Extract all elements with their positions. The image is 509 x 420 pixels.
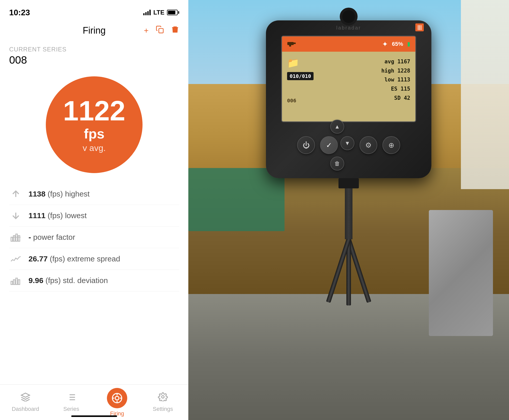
stat-power-factor-value: - <box>29 233 31 241</box>
stat-std-deviation-text: 9.96 (fps) std. deviation <box>29 276 108 285</box>
screen-low-value: 1113 <box>397 77 410 83</box>
current-series-value: 008 <box>0 54 188 71</box>
arrow-down-icon <box>9 211 22 221</box>
std-deviation-icon <box>9 275 22 286</box>
photo-background: labradar ||| <box>188 0 509 420</box>
device-settings-button[interactable]: ⚙ <box>360 136 377 154</box>
tab-settings[interactable]: Settings <box>148 392 178 412</box>
right-panel: labradar ||| <box>188 0 509 420</box>
svg-rect-5 <box>16 234 17 241</box>
screen-topbar: ✦ 65% ▮ <box>282 36 415 52</box>
screen-bottom-label: 006 <box>287 97 296 104</box>
stat-power-factor-text: - power factor <box>29 233 75 242</box>
svg-rect-3 <box>11 237 12 241</box>
screen-avg-value: 1167 <box>397 59 410 65</box>
screen-avg-row: avg 1167 <box>381 57 410 66</box>
status-time: 10:23 <box>9 8 30 17</box>
stat-power-factor-desc: power factor <box>33 233 75 241</box>
dashboard-label: Dashboard <box>12 406 39 412</box>
stat-std-deviation-desc: std. deviation <box>63 276 108 285</box>
tab-firing[interactable]: Firing <box>102 388 132 417</box>
tab-series[interactable]: Series <box>56 392 87 412</box>
stat-highest-desc: highest <box>65 190 90 198</box>
stat-std-deviation-unit: (fps) <box>46 276 61 285</box>
app-container: 10:23 LTE Firing <box>0 0 509 420</box>
stat-lowest-unit: (fps) <box>48 211 63 220</box>
screen-battery-green-icon: ▮ <box>407 41 410 47</box>
screen-low-row: low 1113 <box>381 75 410 85</box>
tripod-legs-container <box>266 239 431 311</box>
screen-series-badge: 010/010 <box>287 72 314 80</box>
tripod-stem <box>345 188 352 239</box>
firing-icon <box>107 388 127 408</box>
copy-button[interactable] <box>156 25 164 36</box>
labradar-device-wrapper: labradar ||| <box>253 20 444 305</box>
screen-high-value: 1228 <box>397 68 410 74</box>
labradar-brand: labradar <box>336 25 361 31</box>
add-button[interactable]: + <box>144 26 149 35</box>
folder-icon: 📁 <box>287 57 314 68</box>
lte-label: LTE <box>153 9 164 16</box>
extreme-spread-icon <box>9 254 22 264</box>
power-factor-icon <box>9 232 22 242</box>
stat-extreme-spread-desc: extreme spread <box>67 255 120 263</box>
stat-extreme-spread-unit: (fps) <box>50 255 65 263</box>
tab-dashboard[interactable]: Dashboard <box>10 392 41 412</box>
target-button[interactable]: ⊕ <box>383 136 400 154</box>
settings-icon <box>158 392 168 404</box>
svg-rect-6 <box>18 236 20 241</box>
svg-rect-10 <box>16 278 17 285</box>
screen-es-value: 115 <box>401 86 410 92</box>
nav-actions: + <box>144 25 179 36</box>
svg-rect-8 <box>11 281 12 285</box>
up-button[interactable]: ▲ <box>330 120 344 134</box>
delete-button[interactable] <box>171 25 179 36</box>
series-label: Series <box>63 406 79 412</box>
nav-header: Firing + <box>0 20 188 41</box>
left-panel: 10:23 LTE Firing <box>0 0 188 420</box>
device-screen: ✦ 65% ▮ 📁 <box>281 36 416 122</box>
screen-left-section: 📁 010/010 <box>287 57 314 80</box>
velocity-circle-container: 1122 fps v avg. <box>0 71 188 181</box>
screen-right-stats: avg 1167 high 1228 low 1113 ES 115 SD 42 <box>381 57 410 103</box>
tripod <box>266 178 431 305</box>
stat-row-power-factor: - power factor <box>9 227 179 248</box>
stat-lowest-value: 1111 <box>29 211 46 220</box>
tripod-head <box>338 178 359 188</box>
svg-rect-4 <box>13 236 15 241</box>
confirm-button[interactable]: ✓ <box>320 136 338 154</box>
tab-bar: Dashboard Series <box>0 384 188 420</box>
current-series-label: CURRENT SERIES <box>0 41 188 54</box>
stat-highest-value: 1138 <box>29 190 46 198</box>
screen-content: 📁 010/010 avg 1167 high 1228 low 1113 <box>282 52 415 106</box>
bluetooth-icon: ✦ <box>382 40 388 48</box>
screen-high-row: high 1228 <box>381 66 410 76</box>
stat-row-lowest: 1111 (fps) lowest <box>9 205 179 227</box>
velocity-unit: fps <box>84 126 105 142</box>
screen-sd-row: SD 42 <box>381 94 410 103</box>
svg-point-24 <box>162 396 164 398</box>
signal-bars-icon <box>143 10 151 15</box>
stat-lowest-text: 1111 (fps) lowest <box>29 211 87 220</box>
dpad-group: ▲ ✓ ▼ 🗑 <box>320 120 355 171</box>
device-ring <box>340 8 358 25</box>
svg-rect-26 <box>293 43 296 44</box>
svg-rect-11 <box>18 280 20 285</box>
screen-folder-section: 📁 010/010 avg 1167 high 1228 low 1113 <box>287 57 410 103</box>
stat-lowest-desc: lowest <box>65 211 87 220</box>
down-button[interactable]: ▼ <box>341 136 355 150</box>
stat-extreme-spread-value: 26.77 <box>29 255 48 263</box>
stat-std-deviation-value: 9.96 <box>29 276 43 285</box>
stat-highest-text: 1138 (fps) highest <box>29 190 90 198</box>
trash-button[interactable]: 🗑 <box>330 157 344 171</box>
device-logo: ||| <box>415 23 424 31</box>
dashboard-icon <box>20 392 31 404</box>
velocity-sublabel: v avg. <box>83 143 106 153</box>
arrow-up-icon <box>9 189 22 199</box>
stats-list: 1138 (fps) highest 1111 (fps) lowest <box>0 181 188 384</box>
velocity-circle: 1122 fps v avg. <box>46 76 143 173</box>
nav-title: Firing <box>83 25 106 36</box>
power-button[interactable]: ⏻ <box>297 136 315 154</box>
stat-row-highest: 1138 (fps) highest <box>9 183 179 205</box>
svg-rect-27 <box>289 45 291 47</box>
